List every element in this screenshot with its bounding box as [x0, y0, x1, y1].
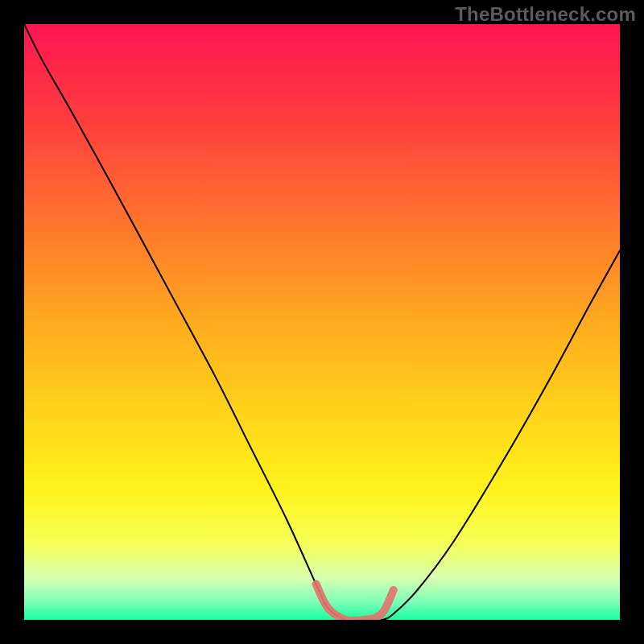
plot-background	[24, 24, 620, 620]
chart-canvas	[24, 24, 620, 620]
watermark-text: TheBottleneck.com	[455, 3, 636, 26]
bottleneck-chart: TheBottleneck.com	[0, 0, 644, 644]
